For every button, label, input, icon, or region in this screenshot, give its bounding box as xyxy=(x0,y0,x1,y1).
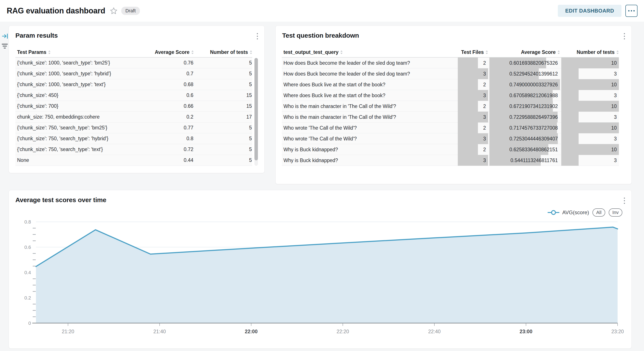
legend-item-avg-score[interactable]: AVG(score) xyxy=(547,209,589,216)
cell-number-of-tests-value: 3 xyxy=(614,158,619,163)
cell-average-score: 0.7490000003327926 xyxy=(490,79,560,90)
table-row[interactable]: Who is the main character in 'The Call o… xyxy=(282,101,619,112)
cell-test-query: How does Buck become the leader of the s… xyxy=(282,60,456,66)
table-row[interactable]: {'chunk_size': 450}0.615 xyxy=(15,90,252,101)
chart-legend: AVG(score) All Inv xyxy=(9,205,632,216)
legend-series-label: AVG(score) xyxy=(562,209,589,216)
table-row[interactable]: {'chunk_size': 700}0.6615 xyxy=(15,101,252,112)
table-row[interactable]: Where does Buck live at the start of the… xyxy=(282,79,619,90)
cell-average-score: 0.76 xyxy=(140,60,194,66)
filter-icon[interactable] xyxy=(1,43,8,49)
table-row[interactable]: {'chunk_size': 750, 'search_type': 'bm25… xyxy=(15,122,252,133)
cell-test-query: Who wrote 'The Call of the Wild'? xyxy=(282,125,456,131)
sort-icon[interactable] xyxy=(486,50,488,54)
table-row[interactable]: {'chunk_size': 1000, 'search_type': 'tex… xyxy=(15,79,252,90)
legend-inv-button[interactable]: Inv xyxy=(609,208,622,217)
edit-dashboard-button[interactable]: EDIT DASHBOARD xyxy=(558,5,622,17)
svg-text:23:00: 23:00 xyxy=(520,329,532,334)
column-header-test-params[interactable]: Test Params xyxy=(15,49,140,55)
table-row[interactable]: How does Buck become the leader of the s… xyxy=(282,57,619,68)
cell-test-params: {'chunk_size': 700} xyxy=(15,103,140,109)
column-header-average-score[interactable]: Average Score xyxy=(140,49,194,55)
cell-number-of-tests: 3 xyxy=(561,133,619,144)
cell-number-of-tests-value: 10 xyxy=(611,147,619,153)
column-header-number-of-tests[interactable]: Number of tests xyxy=(561,49,619,55)
sort-icon[interactable] xyxy=(191,50,194,54)
param-results-title: Param results xyxy=(15,32,58,39)
table-scrollbar[interactable] xyxy=(254,58,258,166)
cell-number-of-tests-value: 10 xyxy=(611,60,619,66)
cell-number-of-tests: 5 xyxy=(194,157,252,163)
data-bar xyxy=(561,144,619,155)
cell-test-files-value: 2 xyxy=(483,103,488,109)
table-row[interactable]: Who is the main character in 'The Call o… xyxy=(282,112,619,122)
cell-number-of-tests: 10 xyxy=(561,79,619,90)
table-row[interactable]: {'chunk_size': 750, 'search_type': 'text… xyxy=(15,144,252,155)
column-header-average-score[interactable]: Average Score xyxy=(490,49,560,55)
cell-average-score-value: 0.7253044446309407 xyxy=(509,136,560,142)
ellipsis-icon xyxy=(628,10,630,11)
legend-all-button[interactable]: All xyxy=(592,208,605,217)
cell-test-files: 2 xyxy=(458,57,488,68)
cell-average-score-value: 0.6705898212061988 xyxy=(509,93,560,98)
sort-icon[interactable] xyxy=(250,50,252,54)
cell-test-query: Who is the main character in 'The Call o… xyxy=(282,114,456,120)
cell-test-params: {'chunk_size': 1000, 'search_type': 'hyb… xyxy=(15,71,140,77)
sort-icon[interactable] xyxy=(558,50,560,54)
cell-test-files-value: 3 xyxy=(483,158,488,163)
test-table-header-row: test_output_test_query Test Files Averag… xyxy=(282,47,619,57)
sort-icon[interactable] xyxy=(48,50,51,54)
cell-number-of-tests: 3 xyxy=(561,68,619,79)
page-title: RAG evaluation dashboard xyxy=(7,6,105,15)
column-header-test-query[interactable]: test_output_test_query xyxy=(282,49,456,55)
table-row[interactable]: Why is Buck kidnapped?20.625833648086215… xyxy=(282,144,619,155)
cell-test-files: 3 xyxy=(458,68,488,79)
table-row[interactable]: {'chunk_size': 750, 'search_type': 'hybr… xyxy=(15,133,252,144)
dashboard-page: RAG evaluation dashboard Draft EDIT DASH… xyxy=(0,0,644,351)
cell-average-score: 0.2 xyxy=(140,114,194,120)
column-header-number-of-tests[interactable]: Number of tests xyxy=(194,49,252,55)
data-bar xyxy=(458,122,478,133)
favorite-star-icon[interactable] xyxy=(110,7,117,14)
chart-title: Average test scores over time xyxy=(15,196,106,204)
table-row[interactable]: chunk_size: 750, embeddings:cohere0.217 xyxy=(15,112,252,122)
data-bar xyxy=(561,90,578,101)
sort-icon[interactable] xyxy=(340,50,343,54)
table-row[interactable]: Who wrote 'The Call of the Wild'?30.7253… xyxy=(282,133,619,144)
chart-kebab-icon[interactable] xyxy=(622,196,626,205)
data-bar xyxy=(561,68,578,79)
column-header-test-files[interactable]: Test Files xyxy=(458,49,488,55)
sort-icon[interactable] xyxy=(616,50,619,54)
table-row[interactable]: {'chunk_size': 1000, 'search_type': 'hyb… xyxy=(15,68,252,79)
cell-average-score: 0.72 xyxy=(140,146,194,152)
table-row[interactable]: Where does Buck live at the start of the… xyxy=(282,90,619,101)
cell-number-of-tests-value: 10 xyxy=(611,82,619,88)
param-results-table: Test Params Average Score Number of test… xyxy=(15,47,258,166)
cell-average-score: 0.6721907341231902 xyxy=(490,101,560,112)
header-more-button[interactable] xyxy=(626,5,638,17)
table-row[interactable]: Who wrote 'The Call of the Wild'?20.7174… xyxy=(282,122,619,133)
svg-text:22:20: 22:20 xyxy=(336,329,349,334)
cell-number-of-tests: 10 xyxy=(561,122,619,133)
table-row[interactable]: None0.445 xyxy=(15,155,252,166)
cell-average-score-value: 0.6016938820675326 xyxy=(509,60,560,66)
param-results-kebab-icon[interactable] xyxy=(256,32,259,41)
table-row[interactable]: {'chunk_size': 1000, 'search_type': 'bm2… xyxy=(15,57,252,68)
status-badge: Draft xyxy=(121,7,140,15)
collapse-panel-icon[interactable] xyxy=(2,33,9,39)
scrollbar-thumb[interactable] xyxy=(254,58,258,160)
test-breakdown-kebab-icon[interactable] xyxy=(622,32,626,41)
table-row[interactable]: How does Buck become the leader of the s… xyxy=(282,68,619,79)
scores-over-time-chart[interactable]: 00.20.40.60.821:2021:4022:0022:2022:4023… xyxy=(9,219,632,342)
cell-number-of-tests: 5 xyxy=(194,60,252,66)
cell-test-params: {'chunk_size': 750, 'search_type': 'text… xyxy=(15,146,140,152)
cell-test-params: {'chunk_size': 750, 'search_type': 'hybr… xyxy=(15,136,140,142)
svg-text:22:40: 22:40 xyxy=(428,329,441,334)
cell-average-score: 0.7 xyxy=(140,71,194,77)
data-bar xyxy=(458,57,478,68)
cell-number-of-tests: 3 xyxy=(561,112,619,122)
data-bar xyxy=(561,101,619,112)
chart-header: Average test scores over time xyxy=(9,190,632,205)
table-row[interactable]: Why is Buck kidnapped?30.544111324681176… xyxy=(282,155,619,166)
cell-number-of-tests-value: 3 xyxy=(614,136,619,142)
